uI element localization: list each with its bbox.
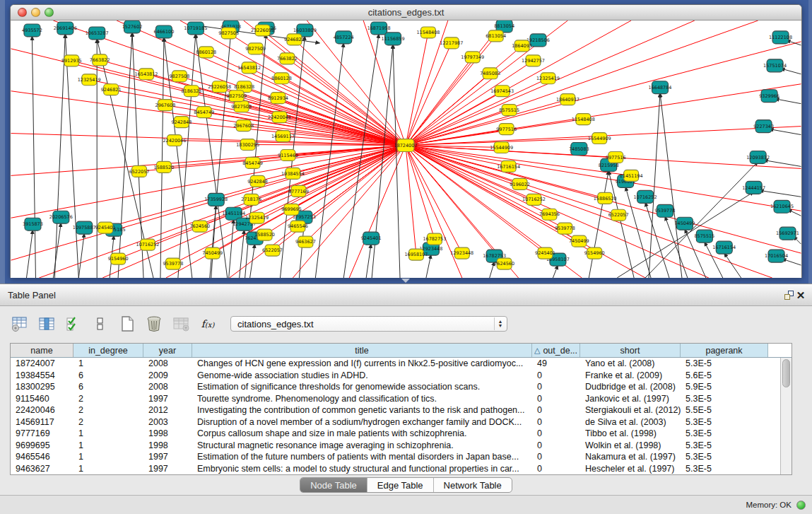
table-cell[interactable]: Corpus callosum shape and size in male p… [192,428,532,438]
table-cell[interactable]: 2008 [143,358,192,368]
graph-node[interactable]: 3915873 [23,218,43,230]
graph-node[interactable]: 9463627 [295,236,316,247]
graph-node[interactable]: 6466100 [154,25,175,38]
table-cell[interactable]: 18724007 [11,358,73,368]
table-cell[interactable]: 18300295 [11,382,73,392]
table-cell[interactable]: 9115460 [11,394,73,404]
network-canvas[interactable]: 4935572206914061065328715276026466100107… [11,21,801,278]
table-cell[interactable]: 1998 [143,428,192,438]
graph-node[interactable]: 7485083 [480,68,500,79]
table-cell[interactable]: 0 [532,417,580,427]
graph-node[interactable]: 9977516 [606,151,626,163]
graph-node[interactable]: 9699695 [281,204,302,215]
column-header-year[interactable]: year [143,344,192,357]
graph-node[interactable]: 12217987 [440,37,463,49]
graph-node[interactable]: 15692971 [776,227,799,240]
column-header-title[interactable]: title [192,344,532,357]
scrollbar-thumb[interactable] [782,359,790,387]
table-cell[interactable]: Genome-wide association studies in ADHD. [192,370,532,380]
table-cell[interactable]: 1 [73,358,143,368]
citation-edge[interactable] [764,160,801,166]
citation-edge[interactable] [760,190,801,197]
table-cell[interactable]: 1997 [143,452,192,462]
column-header-out_de[interactable]: △out_de... [532,344,580,357]
table-cell[interactable]: 5.9E-5 [681,382,768,392]
show-column-button[interactable] [37,315,57,333]
citation-edge[interactable] [775,99,801,104]
graph-node[interactable]: 9154960 [108,253,129,264]
zoom-button[interactable] [45,8,54,17]
table-cell[interactable]: 0 [532,370,580,380]
table-cell[interactable]: Yano et al. (2008) [580,358,681,368]
table-cell[interactable]: 1 [73,440,143,450]
table-cell[interactable]: 2 [73,394,143,404]
table-row[interactable]: 1456911722003Disruption of a novel membe… [11,416,780,428]
table-cell[interactable]: 5.3E-5 [681,428,768,438]
graph-node[interactable]: 7663822 [277,53,298,64]
table-cell[interactable]: 5.3E-5 [681,358,768,368]
table-cell[interactable]: 0 [532,452,580,462]
table-cell[interactable]: Tibbo et al. (1998) [580,428,681,438]
select-all-button[interactable] [64,315,83,333]
table-cell[interactable]: 5.3E-5 [681,440,768,450]
table-cell[interactable]: 22420046 [11,405,73,415]
graph-node[interactable]: 11122108 [769,31,792,44]
column-header-name[interactable]: name [11,344,73,357]
graph-node[interactable]: 9245401 [535,247,555,259]
graph-node[interactable]: 20206576 [49,211,73,223]
table-cell[interactable]: 1 [73,464,143,474]
citation-edge[interactable] [118,33,132,278]
graph-node[interactable]: 16543812 [135,69,158,80]
table-cell[interactable]: 0 [532,382,580,392]
graph-node[interactable]: 6522057 [608,209,629,221]
graph-node[interactable]: 7450499 [202,247,223,259]
table-row[interactable]: 969969511998Structural magnetic resonanc… [11,440,780,452]
graph-node[interactable]: 1864093 [512,40,532,52]
table-cell[interactable]: Dudbridge et al. (2008) [580,382,681,392]
graph-node[interactable]: 22420046 [163,135,186,146]
table-row[interactable]: 946554611997Estimation of the future num… [11,451,780,463]
citation-edge[interactable] [426,255,431,278]
minimize-button[interactable] [31,8,40,17]
graph-node[interactable]: 9242848 [171,117,192,128]
table-cell[interactable]: 2009 [143,370,192,380]
graph-node[interactable]: 8860128 [196,47,216,58]
citation-edge[interactable] [406,110,510,146]
table-cell[interactable]: 9699695 [11,440,73,450]
table-cell[interactable]: Tourette syndrome. Phenomenology and cla… [192,394,532,404]
table-cell[interactable]: Disruption of a novel member of a sodium… [192,417,532,427]
graph-node[interactable]: 9465546 [288,221,308,232]
table-cell[interactable]: 5.3E-5 [681,452,768,462]
table-cell[interactable]: Estimation of significance thresholds fo… [192,382,532,392]
graph-node[interactable]: 8454749 [242,157,263,168]
table-cell[interactable]: 1997 [143,464,192,474]
table-cell[interactable]: 1 [73,452,143,462]
graph-node[interactable]: 1527602 [122,21,143,33]
graph-node[interactable]: 15544909 [588,133,611,144]
delete-column-button[interactable] [144,315,164,333]
table-row[interactable]: 977716911998Corpus callosum shape and si… [11,428,780,440]
table-cell[interactable]: 5.6E-5 [681,370,768,380]
table-cell[interactable]: 14569117 [11,417,73,427]
table-cell[interactable]: 2012 [143,405,192,415]
citation-edge[interactable] [210,33,231,278]
table-cell[interactable]: 1 [73,428,143,438]
graph-node[interactable]: 9329966 [759,90,779,103]
graph-node[interactable]: 17359928 [204,193,228,206]
graph-node[interactable]: 6813054 [486,30,506,42]
graph-node[interactable]: 8186328 [181,86,201,97]
table-cell[interactable]: 5.3E-5 [681,394,768,404]
citation-edge[interactable] [770,129,801,135]
table-cell[interactable]: Hescheler et al. (1997) [580,464,681,474]
column-header-short[interactable]: short [580,344,681,357]
table-cell[interactable]: 2003 [143,417,192,427]
graph-node[interactable]: 18640937 [556,94,579,105]
citation-edge[interactable] [229,219,234,278]
graph-node[interactable]: 18724007 [394,139,418,152]
graph-node[interactable]: 9827509 [226,90,247,102]
table-cell[interactable]: 6 [73,382,143,392]
close-button[interactable] [18,8,27,17]
graph-node[interactable]: 9245401 [361,232,382,245]
table-cell[interactable]: Stergiakouli et al. (2012) [580,405,681,415]
graph-node[interactable]: 9242848 [247,175,268,187]
